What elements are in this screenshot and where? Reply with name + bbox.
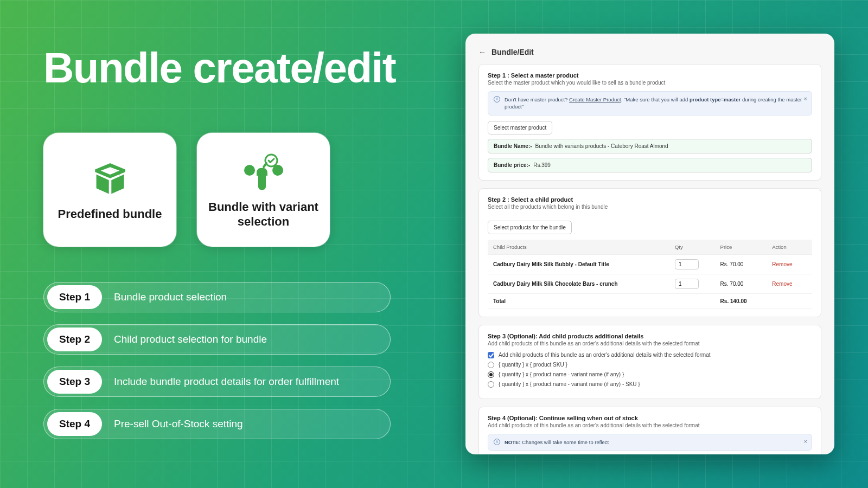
qty-input[interactable] bbox=[675, 259, 699, 269]
feature-card-variant[interactable]: Bundle with variant selection bbox=[197, 133, 330, 247]
step-pill-3: Step 3 Include bundle product details fo… bbox=[43, 367, 391, 397]
step-pill-2: Step 2 Child product selection for bundl… bbox=[43, 324, 391, 355]
step-text: Bundle product selection bbox=[114, 291, 227, 303]
format-radio-sku[interactable] bbox=[488, 362, 494, 368]
step-badge: Step 2 bbox=[47, 328, 102, 351]
table-total-row: Total Rs. 140.00 bbox=[488, 293, 812, 309]
step-text: Pre-sell Out-of-Stock setting bbox=[114, 418, 243, 430]
steps-list: Step 1 Bundle product selection Step 2 C… bbox=[43, 282, 391, 439]
step2-title: Step 2 : Select a child product bbox=[488, 196, 812, 203]
step-badge: Step 1 bbox=[47, 285, 102, 309]
step4-card: Step 4 (Optional): Continue selling when… bbox=[478, 407, 821, 454]
breadcrumb-title: Bundle/Edit bbox=[492, 48, 534, 56]
qty-input[interactable] bbox=[675, 279, 699, 289]
info-banner-master: i Don't have master product? Create Mast… bbox=[488, 91, 812, 115]
step4-title: Step 4 (Optional): Continue selling when… bbox=[488, 415, 812, 421]
step-pill-1: Step 1 Bundle product selection bbox=[43, 282, 391, 312]
step3-card: Step 3 (Optional): Add child products ad… bbox=[478, 325, 821, 399]
breadcrumb: ← Bundle/Edit bbox=[478, 48, 825, 56]
info-icon: i bbox=[494, 439, 500, 445]
add-details-checkbox[interactable] bbox=[488, 352, 494, 358]
variant-select-icon bbox=[242, 151, 285, 194]
feature-label: Predefined bundle bbox=[58, 207, 162, 222]
step2-sub: Select all the products which belong in … bbox=[488, 204, 812, 210]
select-products-button[interactable]: Select products for the bundle bbox=[488, 221, 572, 234]
step3-title: Step 3 (Optional): Add child products ad… bbox=[488, 333, 812, 339]
step4-sub: Add child products of this bundle as an … bbox=[488, 422, 812, 428]
format-radio-name[interactable] bbox=[488, 371, 494, 378]
back-arrow-icon[interactable]: ← bbox=[478, 48, 486, 56]
step-text: Include bundle product details for order… bbox=[114, 376, 339, 388]
format-radio-name-sku[interactable] bbox=[488, 381, 494, 388]
info-icon: i bbox=[494, 96, 500, 102]
close-icon[interactable]: × bbox=[804, 438, 807, 446]
step3-sub: Add child products of this bundle as an … bbox=[488, 341, 812, 346]
svg-point-0 bbox=[244, 165, 255, 176]
create-master-link[interactable]: Create Master Product bbox=[569, 97, 621, 102]
feature-card-predefined[interactable]: Predefined bundle bbox=[43, 133, 176, 247]
step1-card: Step 1 : Select a master product Select … bbox=[478, 64, 821, 181]
bundle-price-field[interactable]: Bundle price:- Rs.399 bbox=[488, 158, 812, 172]
remove-link[interactable]: Remove bbox=[772, 261, 792, 267]
close-icon[interactable]: × bbox=[804, 95, 807, 103]
remove-link[interactable]: Remove bbox=[772, 281, 792, 287]
child-products-table: Child Products Qty Price Action Cadbury … bbox=[488, 240, 812, 309]
step-text: Child product selection for bundle bbox=[114, 333, 267, 345]
table-row: Cadbury Dairy Milk Silk Chocolate Bars -… bbox=[488, 274, 812, 293]
bundle-name-field[interactable]: Bundle Name:- Bundle with variants produ… bbox=[488, 139, 812, 153]
box-icon bbox=[88, 158, 132, 201]
table-row: Cadbury Dairy Milk Silk Bubbly - Default… bbox=[488, 254, 812, 274]
step-badge: Step 4 bbox=[47, 412, 102, 436]
info-banner-note: i NOTE: Changes will take some time to r… bbox=[488, 434, 812, 451]
step-pill-4: Step 4 Pre-sell Out-of-Stock setting bbox=[43, 409, 391, 439]
step2-card: Step 2 : Select a child product Select a… bbox=[478, 188, 821, 317]
feature-label: Bundle with variant selection bbox=[207, 200, 320, 229]
step-badge: Step 3 bbox=[47, 370, 102, 394]
step1-title: Step 1 : Select a master product bbox=[488, 72, 812, 79]
select-master-button[interactable]: Select master product bbox=[488, 121, 552, 134]
feature-cards-row: Predefined bundle Bundle with variant se… bbox=[43, 133, 330, 247]
step1-sub: Select the master product which you woul… bbox=[488, 80, 812, 86]
page-title: Bundle create/edit bbox=[43, 43, 395, 93]
app-window: ← Bundle/Edit Step 1 : Select a master p… bbox=[465, 34, 834, 454]
